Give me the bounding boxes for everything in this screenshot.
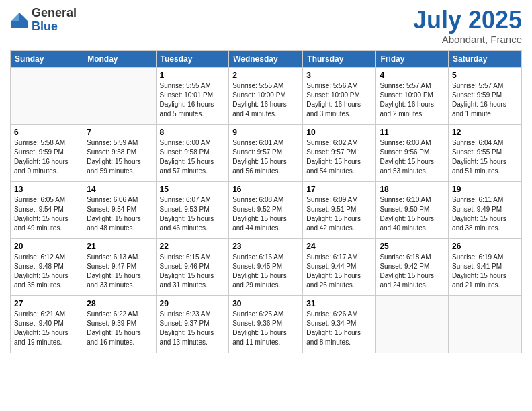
calendar-cell: 19Sunrise: 6:11 AMSunset: 9:49 PMDayligh… bbox=[449, 181, 522, 238]
day-number: 16 bbox=[232, 185, 299, 194]
day-info: Sunrise: 6:01 AMSunset: 9:57 PMDaylight:… bbox=[232, 138, 299, 176]
calendar-cell: 27Sunrise: 6:21 AMSunset: 9:40 PMDayligh… bbox=[11, 295, 83, 353]
day-number: 3 bbox=[306, 71, 372, 80]
calendar-cell: 11Sunrise: 6:03 AMSunset: 9:56 PMDayligh… bbox=[376, 124, 449, 181]
day-info: Sunrise: 6:25 AMSunset: 9:36 PMDaylight:… bbox=[232, 310, 299, 347]
page: General Blue July 2025 Abondant, France … bbox=[0, 0, 532, 411]
header: General Blue July 2025 Abondant, France bbox=[10, 7, 522, 45]
calendar-cell: 21Sunrise: 6:13 AMSunset: 9:47 PMDayligh… bbox=[83, 238, 156, 295]
day-number: 19 bbox=[452, 185, 518, 194]
svg-rect-2 bbox=[11, 21, 28, 27]
day-number: 23 bbox=[232, 242, 299, 251]
day-info: Sunrise: 6:02 AMSunset: 9:57 PMDaylight:… bbox=[306, 138, 372, 176]
svg-marker-0 bbox=[19, 13, 28, 21]
calendar-cell: 29Sunrise: 6:23 AMSunset: 9:37 PMDayligh… bbox=[156, 295, 229, 353]
day-info: Sunrise: 5:59 AMSunset: 9:58 PMDaylight:… bbox=[87, 138, 152, 176]
logo: General Blue bbox=[10, 7, 77, 34]
day-number: 29 bbox=[160, 299, 226, 308]
day-info: Sunrise: 6:00 AMSunset: 9:58 PMDaylight:… bbox=[160, 138, 226, 176]
day-number: 13 bbox=[14, 185, 79, 194]
calendar-cell: 28Sunrise: 6:22 AMSunset: 9:39 PMDayligh… bbox=[83, 295, 156, 353]
logo-blue-text: Blue bbox=[32, 19, 58, 33]
day-number: 8 bbox=[160, 128, 226, 137]
calendar-cell: 22Sunrise: 6:15 AMSunset: 9:46 PMDayligh… bbox=[156, 238, 229, 295]
day-number: 24 bbox=[306, 242, 372, 251]
day-number: 1 bbox=[160, 71, 226, 80]
day-number: 11 bbox=[380, 128, 445, 137]
day-info: Sunrise: 6:26 AMSunset: 9:34 PMDaylight:… bbox=[306, 310, 372, 347]
calendar-cell: 31Sunrise: 6:26 AMSunset: 9:34 PMDayligh… bbox=[303, 295, 376, 353]
calendar-cell: 17Sunrise: 6:09 AMSunset: 9:51 PMDayligh… bbox=[303, 181, 376, 238]
calendar-cell: 8Sunrise: 6:00 AMSunset: 9:58 PMDaylight… bbox=[156, 124, 229, 181]
calendar-cell: 20Sunrise: 6:12 AMSunset: 9:48 PMDayligh… bbox=[11, 238, 83, 295]
day-info: Sunrise: 6:16 AMSunset: 9:45 PMDaylight:… bbox=[232, 253, 299, 290]
calendar-cell bbox=[449, 295, 522, 353]
day-info: Sunrise: 6:06 AMSunset: 9:54 PMDaylight:… bbox=[87, 195, 152, 233]
calendar-cell bbox=[83, 67, 156, 124]
week-row-5: 27Sunrise: 6:21 AMSunset: 9:40 PMDayligh… bbox=[11, 295, 522, 353]
weekday-header-sunday: Sunday bbox=[11, 50, 83, 67]
calendar-cell: 26Sunrise: 6:19 AMSunset: 9:41 PMDayligh… bbox=[449, 238, 522, 295]
day-info: Sunrise: 6:09 AMSunset: 9:51 PMDaylight:… bbox=[306, 195, 372, 233]
day-number: 15 bbox=[160, 185, 226, 194]
day-info: Sunrise: 6:10 AMSunset: 9:50 PMDaylight:… bbox=[380, 195, 445, 233]
day-number: 12 bbox=[452, 128, 518, 137]
week-row-3: 13Sunrise: 6:05 AMSunset: 9:54 PMDayligh… bbox=[11, 181, 522, 238]
day-number: 10 bbox=[306, 128, 372, 137]
calendar-cell: 4Sunrise: 5:57 AMSunset: 10:00 PMDayligh… bbox=[376, 67, 449, 124]
month-title: July 2025 bbox=[413, 7, 522, 34]
day-number: 18 bbox=[380, 185, 445, 194]
calendar-header-row: SundayMondayTuesdayWednesdayThursdayFrid… bbox=[11, 50, 522, 67]
weekday-header-monday: Monday bbox=[83, 50, 156, 67]
day-info: Sunrise: 6:12 AMSunset: 9:48 PMDaylight:… bbox=[14, 253, 79, 290]
day-info: Sunrise: 5:57 AMSunset: 10:00 PMDaylight… bbox=[380, 81, 445, 119]
day-info: Sunrise: 6:11 AMSunset: 9:49 PMDaylight:… bbox=[452, 195, 518, 233]
day-info: Sunrise: 6:17 AMSunset: 9:44 PMDaylight:… bbox=[306, 253, 372, 290]
week-row-1: 1Sunrise: 5:55 AMSunset: 10:01 PMDayligh… bbox=[11, 67, 522, 124]
day-info: Sunrise: 6:22 AMSunset: 9:39 PMDaylight:… bbox=[87, 310, 152, 347]
day-number: 28 bbox=[87, 299, 152, 308]
logo-icon bbox=[10, 11, 29, 30]
day-number: 5 bbox=[452, 71, 518, 80]
day-number: 26 bbox=[452, 242, 518, 251]
weekday-header-saturday: Saturday bbox=[449, 50, 522, 67]
calendar-cell: 25Sunrise: 6:18 AMSunset: 9:42 PMDayligh… bbox=[376, 238, 449, 295]
weekday-header-thursday: Thursday bbox=[303, 50, 376, 67]
weekday-header-tuesday: Tuesday bbox=[156, 50, 229, 67]
day-number: 30 bbox=[232, 299, 299, 308]
week-row-2: 6Sunrise: 5:58 AMSunset: 9:59 PMDaylight… bbox=[11, 124, 522, 181]
day-info: Sunrise: 5:56 AMSunset: 10:00 PMDaylight… bbox=[306, 81, 372, 119]
day-info: Sunrise: 6:15 AMSunset: 9:46 PMDaylight:… bbox=[160, 253, 226, 290]
day-number: 7 bbox=[87, 128, 152, 137]
week-row-4: 20Sunrise: 6:12 AMSunset: 9:48 PMDayligh… bbox=[11, 238, 522, 295]
day-number: 2 bbox=[232, 71, 299, 80]
calendar-cell: 16Sunrise: 6:08 AMSunset: 9:52 PMDayligh… bbox=[229, 181, 303, 238]
calendar-cell: 12Sunrise: 6:04 AMSunset: 9:55 PMDayligh… bbox=[449, 124, 522, 181]
day-info: Sunrise: 6:23 AMSunset: 9:37 PMDaylight:… bbox=[160, 310, 226, 347]
day-info: Sunrise: 6:13 AMSunset: 9:47 PMDaylight:… bbox=[87, 253, 152, 290]
day-info: Sunrise: 6:03 AMSunset: 9:56 PMDaylight:… bbox=[380, 138, 445, 176]
calendar-cell: 3Sunrise: 5:56 AMSunset: 10:00 PMDayligh… bbox=[303, 67, 376, 124]
calendar-cell: 10Sunrise: 6:02 AMSunset: 9:57 PMDayligh… bbox=[303, 124, 376, 181]
day-number: 4 bbox=[380, 71, 445, 80]
calendar-cell: 5Sunrise: 5:57 AMSunset: 9:59 PMDaylight… bbox=[449, 67, 522, 124]
day-number: 27 bbox=[14, 299, 79, 308]
calendar-cell: 7Sunrise: 5:59 AMSunset: 9:58 PMDaylight… bbox=[83, 124, 156, 181]
calendar-cell bbox=[11, 67, 83, 124]
svg-marker-1 bbox=[11, 13, 19, 21]
day-number: 31 bbox=[306, 299, 372, 308]
day-info: Sunrise: 5:55 AMSunset: 10:01 PMDaylight… bbox=[160, 81, 226, 119]
calendar-cell: 14Sunrise: 6:06 AMSunset: 9:54 PMDayligh… bbox=[83, 181, 156, 238]
calendar-cell: 30Sunrise: 6:25 AMSunset: 9:36 PMDayligh… bbox=[229, 295, 303, 353]
day-info: Sunrise: 6:07 AMSunset: 9:53 PMDaylight:… bbox=[160, 195, 226, 233]
title-block: July 2025 Abondant, France bbox=[413, 7, 522, 45]
calendar-cell: 18Sunrise: 6:10 AMSunset: 9:50 PMDayligh… bbox=[376, 181, 449, 238]
calendar-table: SundayMondayTuesdayWednesdayThursdayFrid… bbox=[10, 50, 522, 353]
day-number: 17 bbox=[306, 185, 372, 194]
day-number: 20 bbox=[14, 242, 79, 251]
weekday-header-friday: Friday bbox=[376, 50, 449, 67]
calendar-cell: 6Sunrise: 5:58 AMSunset: 9:59 PMDaylight… bbox=[11, 124, 83, 181]
weekday-header-wednesday: Wednesday bbox=[229, 50, 303, 67]
day-info: Sunrise: 6:08 AMSunset: 9:52 PMDaylight:… bbox=[232, 195, 299, 233]
day-info: Sunrise: 6:05 AMSunset: 9:54 PMDaylight:… bbox=[14, 195, 79, 233]
